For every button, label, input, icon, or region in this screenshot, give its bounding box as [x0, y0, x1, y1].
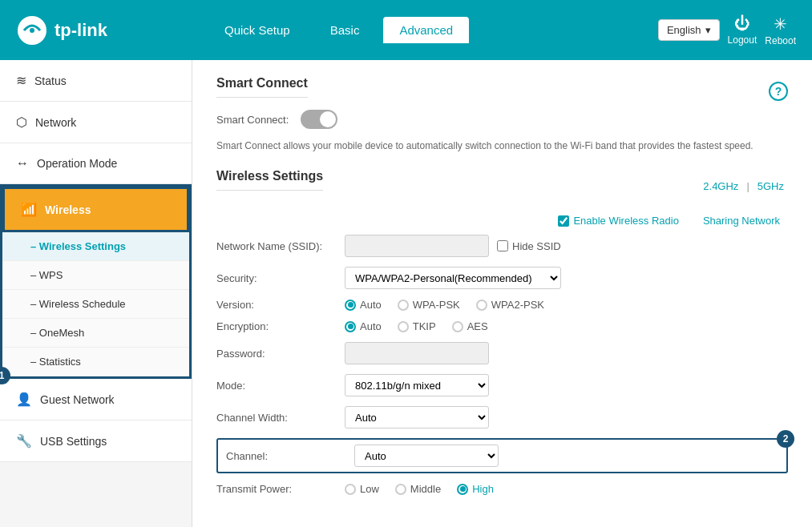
sidebar-label-usb-settings: USB Settings [40, 435, 107, 448]
logo-text: tp-link [55, 20, 107, 41]
password-input[interactable] [345, 342, 489, 364]
transmit-power-row: Transmit Power: Low Middle High [216, 483, 788, 495]
mode-value-area: 802.11b/g/n mixed [345, 374, 788, 396]
version-wpapsk-radio[interactable] [398, 300, 409, 311]
transmit-middle-radio[interactable] [395, 484, 406, 495]
logout-icon: ⏻ [734, 14, 750, 33]
logout-label: Logout [728, 34, 757, 46]
transmit-low-radio[interactable] [345, 484, 356, 495]
mode-row: Mode: 802.11b/g/n mixed [216, 374, 788, 396]
encryption-aes[interactable]: AES [452, 320, 488, 332]
operation-mode-icon: ↔ [16, 156, 29, 171]
sidebar-sub-wireless-schedule[interactable]: – Wireless Schedule [2, 290, 189, 319]
sidebar-label-guest-network: Guest Network [40, 393, 115, 406]
chevron-down-icon: ▾ [705, 24, 711, 36]
password-label: Password: [216, 348, 345, 360]
version-wpa2-psk[interactable]: WPA2-PSK [476, 299, 544, 311]
mode-label: Mode: [216, 380, 345, 392]
channel-width-label: Channel Width: [216, 412, 345, 424]
wireless-settings-section: Wireless Settings 2.4GHz | 5GHz Enable W… [216, 169, 788, 495]
security-row: Security: WPA/WPA2-Personal(Recommended) [216, 267, 788, 289]
enable-wireless-checkbox[interactable] [558, 215, 569, 227]
sidebar-item-network[interactable]: ⬡ Network [0, 102, 192, 143]
status-icon: ≋ [16, 73, 26, 88]
freq-separator: | [746, 180, 749, 192]
tab-advanced[interactable]: Advanced [383, 17, 469, 43]
sidebar-sub-wps[interactable]: – WPS [2, 261, 189, 290]
encryption-label: Encryption: [216, 320, 345, 332]
transmit-power-options: Low Middle High [345, 483, 788, 495]
sidebar-sub-wireless-settings[interactable]: – Wireless Settings [2, 232, 189, 261]
sidebar-item-usb-settings[interactable]: 🔧 USB Settings [0, 420, 192, 462]
version-wpa-psk[interactable]: WPA-PSK [398, 299, 460, 311]
sidebar-item-operation-mode[interactable]: ↔ Operation Mode [0, 143, 192, 184]
channel-width-row: Channel Width: Auto [216, 406, 788, 428]
version-row: Version: Auto WPA-PSK WPA2-PSK [216, 299, 788, 311]
smart-connect-toggle[interactable] [301, 110, 337, 129]
channel-value-area: Auto [354, 445, 778, 467]
tp-link-logo-icon [16, 14, 48, 46]
header: tp-link Quick Setup Basic Advanced Engli… [0, 0, 812, 60]
sidebar-item-guest-network[interactable]: 👤 Guest Network [0, 379, 192, 420]
content-area: Smart Connect ? Smart Connect: Smart Con… [192, 60, 812, 527]
encryption-aes-radio[interactable] [452, 321, 463, 332]
hide-ssid-option[interactable]: Hide SSID [497, 240, 561, 252]
sidebar-sub-statistics[interactable]: – Statistics [2, 348, 189, 376]
reboot-button[interactable]: ✳ Reboot [765, 14, 796, 46]
transmit-middle[interactable]: Middle [395, 483, 441, 495]
encryption-tkip[interactable]: TKIP [398, 320, 436, 332]
version-wpa2psk-radio[interactable] [476, 300, 487, 311]
version-auto-radio[interactable] [345, 300, 356, 311]
hide-ssid-checkbox[interactable] [497, 240, 508, 251]
tab-basic[interactable]: Basic [314, 17, 376, 43]
ssid-input[interactable] [345, 235, 489, 257]
encryption-tkip-radio[interactable] [398, 321, 409, 332]
logout-button[interactable]: ⏻ Logout [728, 14, 757, 46]
channel-width-select[interactable]: Auto [345, 406, 489, 428]
smart-connect-section: Smart Connect ? Smart Connect: Smart Con… [216, 76, 788, 153]
sidebar: ≋ Status ⬡ Network ↔ Operation Mode 📶 Wi… [0, 60, 192, 527]
logo-area: tp-link [16, 14, 208, 46]
svg-point-1 [30, 28, 34, 33]
ssid-label: Network Name (SSID): [216, 240, 345, 252]
onemesh-label: – OneMesh [30, 327, 84, 339]
channel-row: Channel: Auto [216, 438, 788, 473]
transmit-power-label: Transmit Power: [216, 483, 345, 495]
wireless-schedule-label: – Wireless Schedule [30, 298, 126, 310]
smart-connect-description: Smart Connect allows your mobile device … [216, 139, 788, 153]
header-right: English ▾ ⏻ Logout ✳ Reboot [658, 14, 796, 46]
guest-network-icon: 👤 [16, 392, 32, 407]
sidebar-sub-onemesh[interactable]: – OneMesh [2, 319, 189, 348]
transmit-high-radio[interactable] [457, 484, 468, 495]
smart-connect-title: Smart Connect [216, 76, 308, 98]
wps-label: – WPS [30, 269, 63, 281]
mode-select[interactable]: 802.11b/g/n mixed [345, 374, 489, 396]
transmit-low[interactable]: Low [345, 483, 379, 495]
version-auto[interactable]: Auto [345, 299, 382, 311]
transmit-high[interactable]: High [457, 483, 494, 495]
encryption-auto[interactable]: Auto [345, 320, 382, 332]
security-label: Security: [216, 272, 345, 284]
security-select[interactable]: WPA/WPA2-Personal(Recommended) [345, 267, 561, 289]
sidebar-item-wireless[interactable]: 📶 Wireless [2, 187, 189, 232]
language-select[interactable]: English ▾ [658, 19, 720, 41]
channel-row-wrapper: Channel: Auto 2 [216, 438, 788, 473]
sidebar-item-status[interactable]: ≋ Status [0, 60, 192, 102]
encryption-auto-radio[interactable] [345, 321, 356, 332]
encryption-row: Encryption: Auto TKIP AES [216, 320, 788, 332]
password-row: Password: [216, 342, 788, 364]
hide-ssid-label: Hide SSID [512, 240, 561, 252]
freq-24-tab[interactable]: 2.4GHz [699, 179, 742, 194]
channel-select[interactable]: Auto [354, 445, 499, 467]
version-label: Version: [216, 299, 345, 311]
wireless-settings-title: Wireless Settings [216, 169, 323, 191]
tab-quick-setup[interactable]: Quick Setup [208, 17, 306, 43]
help-icon[interactable]: ? [769, 82, 788, 101]
freq-5-tab[interactable]: 5GHz [753, 179, 788, 194]
enable-wireless-radio[interactable]: Enable Wireless Radio [558, 215, 679, 227]
ssid-row: Network Name (SSID): Hide SSID [216, 235, 788, 257]
wireless-settings-label: – Wireless Settings [30, 240, 126, 252]
statistics-label: – Statistics [30, 356, 81, 368]
sharing-network-link[interactable]: Sharing Network [703, 215, 780, 227]
channel-label: Channel: [226, 450, 354, 462]
